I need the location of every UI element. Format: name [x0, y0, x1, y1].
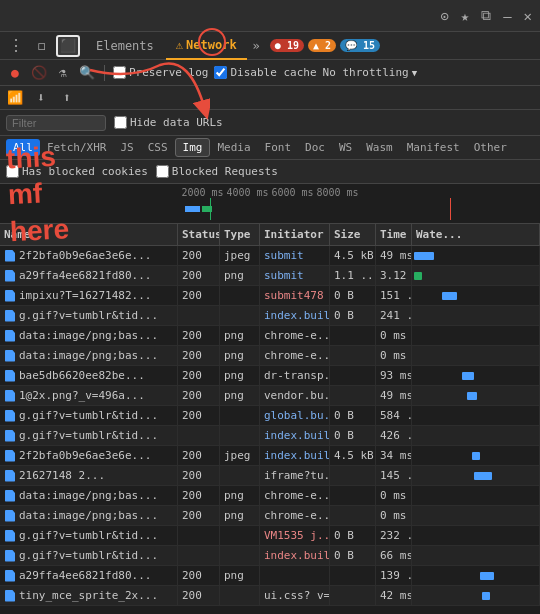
waterfall-bar [462, 372, 474, 380]
type-other[interactable]: Other [467, 139, 514, 156]
td-name: 2f2bfa0b9e6ae3e6e... [0, 446, 178, 465]
td-initiator: ui.css? v=... [260, 586, 330, 605]
table-row[interactable]: data:image/png;bas...200pngchrome-e... (… [0, 346, 540, 366]
td-waterfall [412, 486, 540, 505]
type-manifest[interactable]: Manifest [400, 139, 467, 156]
type-all[interactable]: All [6, 139, 40, 156]
td-status [178, 306, 220, 325]
td-size: 0 B [330, 546, 376, 565]
search-icon[interactable]: 🔍 [78, 65, 96, 80]
th-initiator[interactable]: Initiator [260, 224, 330, 245]
th-type[interactable]: Type [220, 224, 260, 245]
preserve-log-checkbox[interactable]: Preserve log [113, 66, 208, 79]
type-css[interactable]: CSS [141, 139, 175, 156]
table-row[interactable]: a29ffa4ee6821fd80...200pngsubmit1.1 ...3… [0, 266, 540, 286]
type-img[interactable]: Img [175, 138, 211, 157]
th-status[interactable]: Status [178, 224, 220, 245]
has-blocked-cookies-checkbox[interactable]: Has blocked cookies [6, 165, 148, 178]
hide-data-urls-checkbox[interactable]: Hide data URLs [114, 116, 223, 129]
table-row[interactable]: g.gif?v=tumblr&tid...index.buil...0 B66 … [0, 546, 540, 566]
tab-chevron[interactable]: » [249, 39, 264, 53]
td-waterfall [412, 306, 540, 325]
td-initiator: index.buil... [260, 446, 330, 465]
td-size: 4.5 kB [330, 246, 376, 265]
clear-icon[interactable]: 🚫 [30, 65, 48, 80]
th-waterfall[interactable]: Wate... [412, 224, 540, 245]
td-size: 0 B [330, 286, 376, 305]
table-row[interactable]: g.gif?v=tumblr&tid...200global.bu...0 B5… [0, 406, 540, 426]
th-time[interactable]: Time [376, 224, 412, 245]
table-row[interactable]: g.gif?v=tumblr&tid...index.buil...0 B241… [0, 306, 540, 326]
td-waterfall [412, 406, 540, 425]
download-icon[interactable]: ⬇ [32, 90, 50, 105]
tab-icons: ◻ ⬛ [30, 35, 80, 57]
record-icon[interactable]: ● [6, 65, 24, 80]
th-name[interactable]: Name [0, 224, 178, 245]
td-time: 241 ... [376, 306, 412, 325]
table-row[interactable]: data:image/png;bas...200pngchrome-e... (… [0, 506, 540, 526]
type-wasm[interactable]: Wasm [359, 139, 400, 156]
upload-icon[interactable]: ⬆ [58, 90, 76, 105]
td-name: data:image/png;bas... [0, 346, 178, 365]
table-row[interactable]: impixu?T=16271482...200submit4780 B151 .… [0, 286, 540, 306]
options-bar: Has blocked cookies Blocked Requests [0, 160, 540, 184]
wifi-icon[interactable]: 📶 [6, 90, 24, 105]
td-status [178, 526, 220, 545]
td-initiator: chrome-e... (me... [260, 486, 330, 505]
close-icon[interactable]: ✕ [524, 8, 532, 24]
th-size[interactable]: Size [330, 224, 376, 245]
table-row[interactable]: 2f2bfa0b9e6ae3e6e...200jpegindex.buil...… [0, 446, 540, 466]
td-waterfall [412, 526, 540, 545]
td-name: g.gif?v=tumblr&tid... [0, 406, 178, 425]
minimize-icon[interactable]: — [503, 8, 511, 24]
table-row[interactable]: tiny_mce_sprite_2x...200ui.css? v=...42 … [0, 586, 540, 606]
table-row[interactable]: bae5db6620ee82be...200pngdr-transp... (S… [0, 366, 540, 386]
circle-icon: ⊙ [440, 8, 448, 24]
td-size: 0 B [330, 426, 376, 445]
type-ws[interactable]: WS [332, 139, 359, 156]
td-size: 1.1 ... [330, 266, 376, 285]
table-row[interactable]: 2f2bfa0b9e6ae3e6e...200jpegsubmit4.5 kB4… [0, 246, 540, 266]
no-throttling-select[interactable]: No throttling ▼ [323, 66, 418, 79]
type-font[interactable]: Font [258, 139, 299, 156]
toolbar-separator [104, 65, 105, 81]
file-icon [4, 430, 16, 442]
disable-cache-checkbox[interactable]: Disable cache [214, 66, 316, 79]
tab-icon-device[interactable]: ⬛ [56, 35, 80, 57]
td-initiator: index.buil... [260, 306, 330, 325]
table-row[interactable]: 1@2x.png?_v=496a...200pngvendor.bu... (S… [0, 386, 540, 406]
waterfall-bar [472, 452, 480, 460]
tab-icon-inspect[interactable]: ◻ [30, 35, 54, 57]
td-waterfall [412, 326, 540, 345]
table-row[interactable]: a29ffa4ee6821fd80...200png139 ... [0, 566, 540, 586]
file-icon [4, 510, 16, 522]
table-row[interactable]: 21627148 2...200iframe?tu... (Ser...145 … [0, 466, 540, 486]
td-initiator: submit478 [260, 286, 330, 305]
td-waterfall [412, 386, 540, 405]
td-status: 200 [178, 506, 220, 525]
td-time: 3.12 s [376, 266, 412, 285]
tab-elements[interactable]: Elements [86, 32, 164, 60]
tab-network[interactable]: ⚠ No throttling Network [166, 32, 247, 60]
extensions-icon[interactable]: ⧉ [481, 7, 491, 24]
table-row[interactable]: data:image/png;bas...200pngchrome-e... (… [0, 326, 540, 346]
blocked-requests-checkbox[interactable]: Blocked Requests [156, 165, 278, 178]
table-row[interactable]: g.gif?v=tumblr&tid...VM1535 j...0 B232 .… [0, 526, 540, 546]
table-row[interactable]: g.gif?v=tumblr&tid...index.buil...0 B426… [0, 426, 540, 446]
table-row[interactable]: data:image/png;bas...200pngchrome-e... (… [0, 486, 540, 506]
type-js[interactable]: JS [113, 139, 140, 156]
devtools-more-icon[interactable]: ⋮ [4, 36, 28, 55]
tab-badges: ● 19 ▲ 2 💬 15 [270, 39, 380, 52]
type-doc[interactable]: Doc [298, 139, 332, 156]
type-fetch-xhr[interactable]: Fetch/XHR [40, 139, 114, 156]
td-size [330, 486, 376, 505]
td-initiator: global.bu... [260, 406, 330, 425]
type-media[interactable]: Media [210, 139, 257, 156]
star-icon[interactable]: ★ [461, 8, 469, 24]
td-name: data:image/png;bas... [0, 486, 178, 505]
td-waterfall [412, 446, 540, 465]
filter-icon[interactable]: ⚗ [54, 65, 72, 80]
td-type [220, 586, 260, 605]
filter-input[interactable] [6, 115, 106, 131]
td-waterfall [412, 246, 540, 265]
